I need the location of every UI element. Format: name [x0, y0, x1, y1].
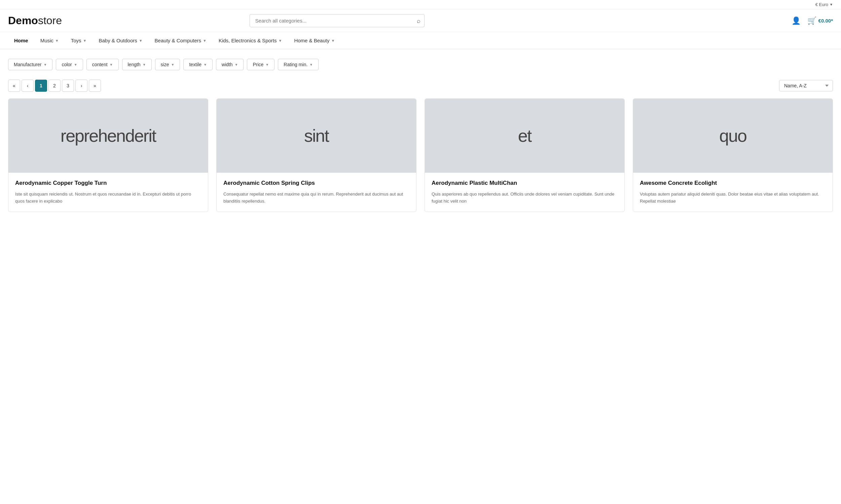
- filter-chevron-icon: ▼: [110, 63, 113, 67]
- nav-item-baby-&-outdoors[interactable]: Baby & Outdoors▼: [92, 32, 148, 49]
- filter-chevron-icon: ▼: [235, 63, 238, 67]
- logo[interactable]: Demostore: [8, 15, 62, 27]
- filter-label: content: [92, 62, 108, 67]
- product-info-3: Awesome Concrete Ecolight Voluptas autem…: [633, 173, 833, 212]
- nav-label: Toys: [71, 38, 81, 43]
- nav-label: Baby & Outdoors: [99, 38, 137, 43]
- product-title-0: Aerodynamic Copper Toggle Turn: [15, 179, 201, 187]
- product-image-text-2: et: [518, 126, 531, 146]
- product-desc-2: Quis asperiores ab quo repellendus aut. …: [432, 191, 618, 205]
- nav-item-home[interactable]: Home: [8, 32, 34, 49]
- logo-bold: Demo: [8, 15, 38, 26]
- filter-textile[interactable]: textile▼: [183, 59, 212, 70]
- nav-item-toys[interactable]: Toys▼: [65, 32, 93, 49]
- header-actions: 👤 🛒 €0.00*: [792, 16, 833, 25]
- filter-label: textile: [189, 62, 202, 67]
- page-btn[interactable]: 2: [49, 79, 61, 92]
- main-nav: HomeMusic▼Toys▼Baby & Outdoors▼Beauty & …: [0, 32, 841, 49]
- filter-chevron-icon: ▼: [265, 63, 269, 67]
- filter-chevron-icon: ▼: [309, 63, 313, 67]
- nav-label: Music: [40, 38, 53, 43]
- product-title-1: Aerodynamic Cotton Spring Clips: [223, 179, 409, 187]
- page-btn-active[interactable]: 1: [35, 79, 47, 92]
- nav-item-kids,-electronics-&-sports[interactable]: Kids, Electronics & Sports▼: [212, 32, 288, 49]
- nav-chevron-icon: ▼: [139, 39, 143, 43]
- search-button[interactable]: ⌕: [417, 17, 420, 24]
- nav-chevron-icon: ▼: [83, 39, 87, 43]
- logo-light: store: [38, 15, 62, 26]
- filter-label: Rating min.: [284, 62, 307, 67]
- product-info-1: Aerodynamic Cotton Spring Clips Consequa…: [217, 173, 416, 212]
- page-btn[interactable]: 3: [62, 79, 74, 92]
- nav-item-music[interactable]: Music▼: [34, 32, 65, 49]
- filters-section: Manufacturer▼color▼content▼length▼size▼t…: [0, 49, 841, 74]
- top-bar: € Euro ▼: [0, 0, 841, 10]
- currency-label: € Euro: [816, 2, 828, 7]
- currency-chevron-icon: ▼: [829, 3, 833, 6]
- currency-selector[interactable]: € Euro ▼: [816, 2, 833, 7]
- product-info-0: Aerodynamic Copper Toggle Turn Iste sit …: [8, 173, 208, 212]
- nav-label: Home & Beauty: [294, 38, 329, 43]
- page-btn[interactable]: ›: [75, 79, 87, 92]
- product-info-2: Aerodynamic Plastic MultiChan Quis asper…: [425, 173, 624, 212]
- filter-rating-min.[interactable]: Rating min.▼: [278, 59, 319, 70]
- nav-chevron-icon: ▼: [55, 39, 59, 43]
- product-card-3[interactable]: quo Awesome Concrete Ecolight Voluptas a…: [633, 98, 833, 212]
- nav-chevron-icon: ▼: [331, 39, 335, 43]
- product-card-2[interactable]: et Aerodynamic Plastic MultiChan Quis as…: [425, 98, 625, 212]
- filter-length[interactable]: length▼: [122, 59, 152, 70]
- filter-price[interactable]: Price▼: [247, 59, 275, 70]
- search-bar: ⌕: [250, 14, 425, 27]
- account-button[interactable]: 👤: [792, 16, 801, 25]
- filter-label: width: [222, 62, 233, 67]
- filter-color[interactable]: color▼: [56, 59, 83, 70]
- product-title-2: Aerodynamic Plastic MultiChan: [432, 179, 618, 187]
- search-icon: ⌕: [417, 17, 420, 24]
- filter-size[interactable]: size▼: [155, 59, 180, 70]
- product-image-text-3: quo: [719, 126, 746, 146]
- sort-select[interactable]: Name, A-ZName, Z-APrice, low to highPric…: [779, 80, 833, 91]
- page-btn[interactable]: ‹: [21, 79, 34, 92]
- search-input[interactable]: [250, 14, 425, 27]
- filter-label: color: [62, 62, 72, 67]
- nav-item-beauty-&-computers[interactable]: Beauty & Computers▼: [149, 32, 212, 49]
- nav-label: Kids, Electronics & Sports: [219, 38, 277, 43]
- filter-chevron-icon: ▼: [74, 63, 78, 67]
- product-image-text-1: sint: [304, 126, 329, 146]
- product-image-text-0: reprehenderit: [61, 126, 156, 146]
- filter-label: Manufacturer: [14, 62, 41, 67]
- product-image-3: quo: [633, 99, 833, 173]
- page-btn[interactable]: »: [89, 79, 101, 92]
- nav-chevron-icon: ▼: [203, 39, 207, 43]
- product-title-3: Awesome Concrete Ecolight: [640, 179, 826, 187]
- header: Demostore ⌕ 👤 🛒 €0.00*: [0, 10, 841, 32]
- filter-manufacturer[interactable]: Manufacturer▼: [8, 59, 52, 70]
- filter-content[interactable]: content▼: [86, 59, 119, 70]
- user-icon: 👤: [792, 16, 801, 25]
- filter-chevron-icon: ▼: [44, 63, 47, 67]
- filter-chevron-icon: ▼: [204, 63, 207, 67]
- product-card-1[interactable]: sint Aerodynamic Cotton Spring Clips Con…: [216, 98, 416, 212]
- cart-button[interactable]: 🛒 €0.00*: [807, 16, 833, 25]
- filters-row: Manufacturer▼color▼content▼length▼size▼t…: [8, 59, 833, 70]
- nav-chevron-icon: ▼: [278, 39, 282, 43]
- filter-label: Price: [253, 62, 263, 67]
- product-desc-1: Consequatur repellat nemo est maxime qui…: [223, 191, 409, 205]
- nav-item-home-&-beauty[interactable]: Home & Beauty▼: [288, 32, 341, 49]
- product-image-2: et: [425, 99, 624, 173]
- page-btn[interactable]: «: [8, 79, 20, 92]
- pagination: «‹123›»: [8, 79, 101, 92]
- filter-chevron-icon: ▼: [171, 63, 174, 67]
- product-desc-3: Voluptas autem pariatur aliquid deleniti…: [640, 191, 826, 205]
- product-card-0[interactable]: reprehenderit Aerodynamic Copper Toggle …: [8, 98, 208, 212]
- products-grid: reprehenderit Aerodynamic Copper Toggle …: [0, 96, 841, 226]
- filter-chevron-icon: ▼: [143, 63, 146, 67]
- filter-label: length: [128, 62, 141, 67]
- product-image-0: reprehenderit: [8, 99, 208, 173]
- product-desc-0: Iste sit quisquam reiciendis ut. Nostrum…: [15, 191, 201, 205]
- filter-width[interactable]: width▼: [216, 59, 244, 70]
- nav-label: Beauty & Computers: [155, 38, 201, 43]
- cart-price: €0.00*: [819, 18, 833, 23]
- cart-icon: 🛒: [807, 16, 817, 25]
- filter-label: size: [161, 62, 169, 67]
